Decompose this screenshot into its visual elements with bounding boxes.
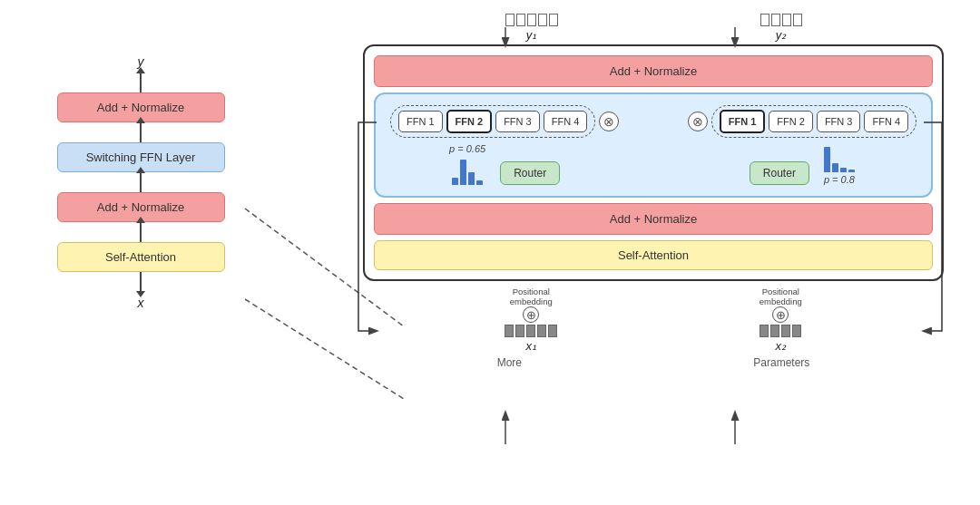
left-diagram: y Add + Normalize Switching FFN Layer Ad…: [27, 54, 254, 310]
outer-transformer-box: Add + Normalize FFN 1 FFN 2 FFN 3 FFN 4: [363, 44, 944, 281]
left-p-label: p = 0.65: [449, 143, 485, 154]
ffn4-left: FFN 4: [544, 111, 588, 132]
pos-embed-right: Positional embedding ⊕: [760, 286, 802, 323]
ffn1-right: FFN 1: [720, 110, 766, 133]
arrow-x-down: [140, 272, 142, 292]
main-diagram: y Add + Normalize Switching FFN Layer Ad…: [0, 0, 980, 505]
right-router-section: Router p = 0.8: [750, 143, 855, 185]
x2-label: x₂: [775, 339, 786, 353]
output-row: y₁ y₂: [354, 14, 953, 42]
right-chart-section: p = 0.8: [824, 143, 855, 185]
right-ffn-row: ⊗ FFN 1 FFN 2 FFN 3 FFN 4: [688, 105, 916, 138]
plus-circle-left: ⊕: [523, 306, 539, 323]
moe-box: FFN 1 FFN 2 FFN 3 FFN 4 ⊗ p = 0.65: [374, 92, 933, 198]
ffn3-left: FFN 3: [495, 111, 540, 132]
ffn-section: FFN 1 FFN 2 FFN 3 FFN 4 ⊗ p = 0.65: [390, 105, 916, 185]
ffn2-left: FFN 2: [446, 110, 493, 133]
x1-tokens: [505, 325, 557, 337]
arrow-sa-up: [140, 222, 142, 242]
y2-label: y₂: [776, 28, 787, 42]
left-ffn-row: FFN 1 FFN 2 FFN 3 FFN 4 ⊗: [390, 105, 619, 138]
left-ffn-group: FFN 1 FFN 2 FFN 3 FFN 4 ⊗ p = 0.65: [390, 105, 619, 185]
x2-tokens: [760, 325, 801, 337]
left-router: Router: [500, 161, 560, 185]
y1-tokens: [505, 14, 558, 26]
output-y2: y₂: [760, 14, 802, 42]
x2-input: Positional embedding ⊕ x₂: [760, 286, 802, 353]
right-router: Router: [750, 161, 809, 185]
arrow-mid1: [140, 122, 142, 142]
output-y1: y₁: [505, 14, 558, 42]
multiply-circle-left: ⊗: [599, 112, 619, 131]
x1-input: Positional embedding ⊕ x₁: [505, 286, 557, 353]
ffn2-right: FFN 2: [769, 111, 813, 132]
right-ffn-oval: FFN 1 FFN 2 FFN 3 FFN 4: [711, 105, 916, 138]
left-bar-chart: [452, 156, 483, 185]
y2-tokens: [760, 14, 802, 26]
bottom-labels: More Parameters: [354, 356, 953, 369]
right-bar-chart: [824, 143, 855, 172]
right-ffn-group: ⊗ FFN 1 FFN 2 FFN 3 FFN 4 Router: [688, 105, 916, 185]
y1-label: y₁: [526, 28, 537, 42]
left-router-section: p = 0.65 Router: [449, 143, 560, 185]
x1-label: x₁: [525, 339, 536, 353]
ffn1-left: FFN 1: [398, 111, 443, 132]
ffn4-right: FFN 4: [864, 111, 908, 132]
input-section: Positional embedding ⊕ x₁ Positional em: [354, 286, 953, 353]
right-add-norm-top: Add + Normalize: [374, 55, 933, 87]
arrow-y-up: [140, 73, 142, 92]
parameters-label: Parameters: [753, 356, 809, 369]
pos-embed-left: Positional embedding ⊕: [510, 286, 553, 323]
more-label: More: [497, 356, 522, 369]
right-p-label: p = 0.8: [824, 174, 855, 185]
left-input-label: x: [138, 296, 144, 310]
right-add-norm-bottom: Add + Normalize: [374, 203, 933, 235]
plus-circle-right: ⊕: [772, 306, 789, 323]
left-chart-section: p = 0.65: [449, 143, 485, 185]
ffn3-right: FFN 3: [817, 111, 861, 132]
right-diagram: y₁ y₂ Add + Normalize: [354, 14, 953, 369]
right-self-attention: Self-Attention: [374, 240, 933, 270]
arrow-mid2: [140, 172, 142, 192]
left-self-attention: Self-Attention: [57, 242, 225, 272]
left-ffn-oval: FFN 1 FFN 2 FFN 3 FFN 4: [390, 105, 595, 138]
multiply-circle-right: ⊗: [688, 112, 708, 131]
